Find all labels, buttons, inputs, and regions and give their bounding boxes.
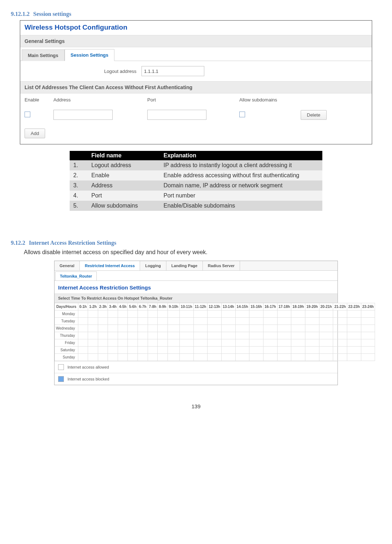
grid-cell[interactable] bbox=[277, 347, 291, 354]
grid-cell[interactable] bbox=[361, 325, 375, 332]
delete-button[interactable]: Delete bbox=[301, 110, 327, 120]
grid-cell[interactable] bbox=[263, 325, 277, 332]
grid-cell[interactable] bbox=[128, 318, 138, 325]
grid-cell[interactable] bbox=[108, 354, 118, 361]
grid-cell[interactable] bbox=[221, 310, 235, 318]
grid-cell[interactable] bbox=[118, 325, 128, 332]
grid-cell[interactable] bbox=[291, 339, 305, 347]
grid-cell[interactable] bbox=[179, 339, 193, 347]
grid-cell[interactable] bbox=[249, 354, 263, 361]
grid-cell[interactable] bbox=[235, 347, 249, 354]
grid-cell[interactable] bbox=[138, 318, 148, 325]
grid-cell[interactable] bbox=[128, 339, 138, 347]
grid-cell[interactable] bbox=[235, 310, 249, 318]
grid-cell[interactable] bbox=[235, 325, 249, 332]
grid-cell[interactable] bbox=[193, 318, 208, 325]
grid-cell[interactable] bbox=[98, 310, 108, 318]
tab-session-settings[interactable]: Session Settings bbox=[65, 49, 115, 61]
grid-cell[interactable] bbox=[263, 339, 277, 347]
tab-restricted[interactable]: Restricted Internet Access bbox=[80, 261, 140, 270]
grid-cell[interactable] bbox=[88, 339, 98, 347]
grid-cell[interactable] bbox=[88, 318, 98, 325]
grid-cell[interactable] bbox=[108, 332, 118, 339]
grid-cell[interactable] bbox=[148, 347, 158, 354]
grid-cell[interactable] bbox=[138, 339, 148, 347]
grid-cell[interactable] bbox=[193, 339, 208, 347]
grid-cell[interactable] bbox=[249, 332, 263, 339]
grid-cell[interactable] bbox=[78, 354, 88, 361]
grid-cell[interactable] bbox=[263, 332, 277, 339]
grid-cell[interactable] bbox=[347, 332, 361, 339]
grid-cell[interactable] bbox=[208, 347, 222, 354]
grid-cell[interactable] bbox=[361, 354, 375, 361]
grid-cell[interactable] bbox=[291, 318, 305, 325]
grid-cell[interactable] bbox=[108, 318, 118, 325]
grid-cell[interactable] bbox=[208, 339, 222, 347]
grid-cell[interactable] bbox=[249, 310, 263, 318]
grid-cell[interactable] bbox=[138, 347, 148, 354]
address-input[interactable] bbox=[53, 110, 113, 120]
grid-cell[interactable] bbox=[277, 318, 291, 325]
grid-cell[interactable] bbox=[347, 318, 361, 325]
grid-cell[interactable] bbox=[361, 347, 375, 354]
grid-cell[interactable] bbox=[148, 310, 158, 318]
grid-cell[interactable] bbox=[277, 339, 291, 347]
grid-cell[interactable] bbox=[249, 339, 263, 347]
grid-cell[interactable] bbox=[167, 318, 179, 325]
grid-cell[interactable] bbox=[88, 347, 98, 354]
grid-cell[interactable] bbox=[167, 354, 179, 361]
port-input[interactable] bbox=[147, 110, 206, 120]
grid-cell[interactable] bbox=[347, 354, 361, 361]
grid-cell[interactable] bbox=[138, 310, 148, 318]
grid-cell[interactable] bbox=[148, 332, 158, 339]
grid-cell[interactable] bbox=[193, 332, 208, 339]
grid-cell[interactable] bbox=[158, 347, 168, 354]
grid-cell[interactable] bbox=[235, 354, 249, 361]
grid-cell[interactable] bbox=[148, 325, 158, 332]
grid-cell[interactable] bbox=[347, 347, 361, 354]
grid-cell[interactable] bbox=[319, 347, 333, 354]
grid-cell[interactable] bbox=[108, 339, 118, 347]
grid-cell[interactable] bbox=[179, 354, 193, 361]
grid-cell[interactable] bbox=[333, 339, 347, 347]
grid-cell[interactable] bbox=[98, 354, 108, 361]
subtab-router[interactable]: Teltonika_Router bbox=[55, 271, 97, 280]
tab-main-settings[interactable]: Main Settings bbox=[22, 49, 65, 61]
grid-cell[interactable] bbox=[179, 318, 193, 325]
grid-cell[interactable] bbox=[118, 347, 128, 354]
grid-cell[interactable] bbox=[333, 347, 347, 354]
grid-cell[interactable] bbox=[263, 354, 277, 361]
grid-cell[interactable] bbox=[361, 310, 375, 318]
grid-cell[interactable] bbox=[319, 354, 333, 361]
grid-cell[interactable] bbox=[138, 332, 148, 339]
grid-cell[interactable] bbox=[128, 325, 138, 332]
grid-cell[interactable] bbox=[208, 325, 222, 332]
tab-landing[interactable]: Landing Page bbox=[166, 261, 203, 270]
grid-cell[interactable] bbox=[221, 347, 235, 354]
grid-cell[interactable] bbox=[78, 347, 88, 354]
grid-cell[interactable] bbox=[249, 347, 263, 354]
grid-cell[interactable] bbox=[78, 325, 88, 332]
grid-cell[interactable] bbox=[291, 310, 305, 318]
grid-cell[interactable] bbox=[347, 339, 361, 347]
grid-cell[interactable] bbox=[138, 325, 148, 332]
grid-cell[interactable] bbox=[291, 332, 305, 339]
grid-cell[interactable] bbox=[208, 354, 222, 361]
grid-cell[interactable] bbox=[235, 339, 249, 347]
grid-cell[interactable] bbox=[291, 347, 305, 354]
grid-cell[interactable] bbox=[319, 339, 333, 347]
grid-cell[interactable] bbox=[98, 332, 108, 339]
grid-cell[interactable] bbox=[221, 318, 235, 325]
grid-cell[interactable] bbox=[158, 354, 168, 361]
grid-cell[interactable] bbox=[148, 354, 158, 361]
grid-cell[interactable] bbox=[118, 339, 128, 347]
grid-cell[interactable] bbox=[221, 339, 235, 347]
grid-cell[interactable] bbox=[179, 347, 193, 354]
grid-cell[interactable] bbox=[78, 332, 88, 339]
grid-cell[interactable] bbox=[158, 318, 168, 325]
grid-cell[interactable] bbox=[158, 339, 168, 347]
grid-cell[interactable] bbox=[158, 310, 168, 318]
grid-cell[interactable] bbox=[98, 318, 108, 325]
grid-cell[interactable] bbox=[249, 318, 263, 325]
grid-cell[interactable] bbox=[235, 332, 249, 339]
